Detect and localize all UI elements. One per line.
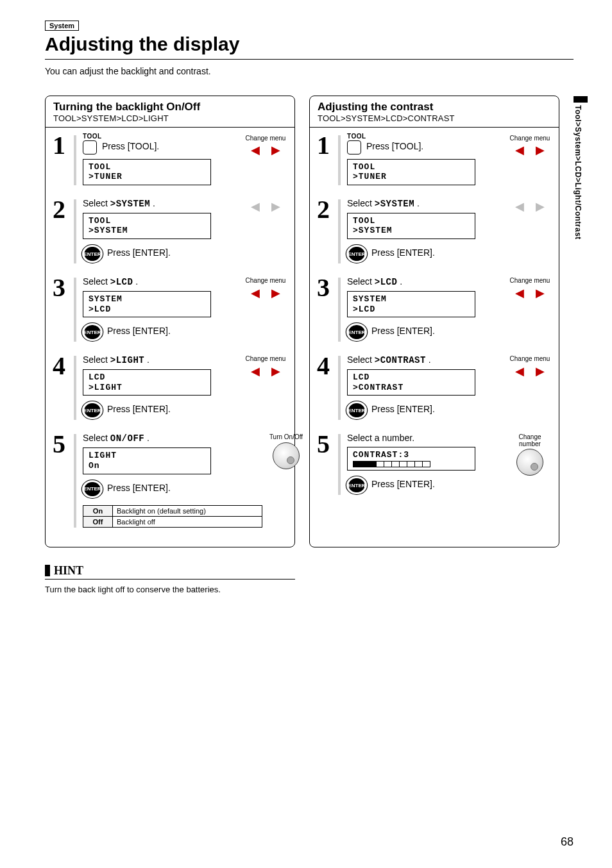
step: 1TOOLPress [TOOL].TOOL>TUNERChange menu◀… [51, 133, 287, 185]
step-instruction: Select ON/OFF . [83, 433, 262, 444]
step: 1TOOLPress [TOOL].TOOL>TUNERChange menu◀… [315, 133, 551, 185]
enter-row: ENTERPress [ENTER]. [347, 401, 506, 420]
step-number: 3 [315, 275, 332, 342]
side-note-text: Change menu [244, 135, 287, 142]
step-instruction: Select >LIGHT . [83, 355, 242, 365]
arrow-right-icon: ▶ [536, 286, 545, 300]
arrow-right-icon: ▶ [271, 286, 280, 300]
step-bar-icon [338, 356, 341, 420]
arrow-left-icon: ◀ [515, 364, 524, 378]
enter-button-label: ENTER [84, 247, 100, 261]
enter-row: ENTERPress [ENTER]. [83, 480, 262, 499]
side-note-text: Change number [509, 434, 551, 447]
lcd-display: SYSTEM>LCD [83, 291, 211, 317]
tool-label: TOOL [83, 133, 242, 140]
step-bar-icon [74, 356, 76, 420]
side-note: ◀▶ [509, 199, 551, 213]
arrow-left-icon: ◀ [251, 199, 260, 213]
nav-arrows-icon: ◀▶ [244, 364, 287, 378]
enter-button-label: ENTER [348, 325, 364, 339]
nav-arrows-icon: ◀▶ [244, 199, 287, 213]
step-body: TOOLPress [TOOL].TOOL>TUNERChange menu◀▶ [83, 133, 287, 185]
contrast-bar-segment [422, 461, 430, 467]
side-note: Change menu◀▶ [509, 135, 551, 158]
enter-button-label: ENTER [84, 403, 100, 417]
menu-item-segment: >LCD [375, 277, 398, 287]
step-bar-icon [74, 434, 76, 527]
arrow-left-icon: ◀ [515, 286, 524, 300]
column-title: Adjusting the contrast [318, 101, 551, 113]
step: 3Select >LCD .SYSTEM>LCDENTERPress [ENTE… [315, 275, 551, 342]
step-number: 5 [315, 431, 332, 495]
lcd-line-2: >LCD [353, 305, 470, 315]
step-instruction: Select >CONTRAST . [347, 355, 506, 365]
menu-item-segment: >SYSTEM [110, 199, 150, 209]
menu-item-segment: >CONTRAST [375, 355, 426, 365]
lcd-line-1: LIGHT [89, 451, 205, 461]
step-number: 2 [315, 197, 332, 263]
nav-arrows-icon: ◀▶ [244, 143, 287, 157]
lcd-line-1: TOOL [353, 162, 470, 172]
jog-dial-icon [273, 442, 300, 469]
option-key: On [83, 505, 113, 516]
step-bar-icon [74, 199, 76, 263]
lcd-line-2: >TUNER [89, 172, 205, 182]
step-instruction: Select >LCD . [83, 276, 242, 287]
side-note-text: Change menu [509, 278, 551, 285]
step-body: Select >LIGHT .LCD>LIGHTENTERPress [ENTE… [83, 353, 287, 420]
option-key: Off [83, 516, 113, 527]
lcd-display: TOOL>SYSTEM [347, 213, 475, 239]
lcd-display: LCD>CONTRAST [347, 369, 475, 396]
step: 5Select a number.CONTRAST:3ENTERPress [E… [315, 431, 551, 495]
menu-item-segment: >SYSTEM [375, 199, 414, 209]
column-path: TOOL>SYSTEM>LCD>CONTRAST [318, 113, 551, 123]
step: 3Select >LCD .SYSTEM>LCDENTERPress [ENTE… [51, 275, 287, 342]
step-bar-icon [338, 434, 341, 495]
step-instruction: Select >SYSTEM . [83, 198, 242, 209]
side-tab: Tool>System>LCD>Light/Contrast [574, 96, 588, 240]
lcd-display: SYSTEM>LCD [347, 291, 475, 317]
enter-button-icon: ENTER [346, 244, 368, 263]
enter-instruction: Press [ENTER]. [371, 404, 435, 414]
side-tab-mark-icon [574, 96, 588, 103]
menu-item-segment: >LCD [110, 277, 133, 287]
step-number: 1 [51, 133, 67, 185]
arrow-right-icon: ▶ [271, 199, 280, 213]
lcd-line-1: SYSTEM [89, 294, 205, 305]
enter-row: ENTERPress [ENTER]. [83, 322, 242, 342]
enter-button-label: ENTER [84, 325, 100, 339]
step-number: 3 [51, 275, 67, 342]
hint-bar-icon [45, 565, 50, 576]
menu-item-segment: ON/OFF [110, 433, 144, 444]
side-note: Change menu◀▶ [509, 278, 551, 300]
side-note-text: Change menu [509, 356, 551, 363]
hint-body: Turn the back light off to conserve the … [45, 585, 574, 594]
step-body: Select >CONTRAST .LCD>CONTRASTENTERPress… [347, 353, 551, 420]
step-instruction: Select >SYSTEM . [347, 198, 506, 209]
column-path: TOOL>SYSTEM>LCD>LIGHT [53, 113, 287, 123]
enter-button-icon: ENTER [346, 401, 368, 420]
enter-row: ENTERPress [ENTER]. [347, 322, 506, 342]
enter-instruction: Press [ENTER]. [371, 326, 435, 336]
step: 4Select >LIGHT .LCD>LIGHTENTERPress [ENT… [51, 353, 287, 420]
step-body: TOOLPress [TOOL].TOOL>TUNERChange menu◀▶ [347, 133, 551, 185]
enter-instruction: Press [ENTER]. [371, 479, 435, 489]
nav-arrows-icon: ◀▶ [509, 364, 551, 378]
side-tab-text: Tool>System>LCD>Light/Contrast [574, 105, 582, 240]
step: 4Select >CONTRAST .LCD>CONTRASTENTERPres… [315, 353, 551, 420]
step-body: Select >SYSTEM .TOOL>SYSTEMENTERPress [E… [83, 197, 287, 263]
arrow-right-icon: ▶ [536, 199, 545, 213]
step-bar-icon [74, 278, 76, 342]
enter-button-label: ENTER [348, 478, 364, 492]
lcd-line-1: LCD [89, 372, 205, 383]
lcd-line-1: TOOL [89, 162, 205, 172]
lcd-line-2: >SYSTEM [353, 226, 470, 236]
nav-arrows-icon: ◀▶ [509, 286, 551, 300]
enter-button-icon: ENTER [81, 401, 104, 420]
enter-row: ENTERPress [ENTER]. [83, 401, 242, 420]
lcd-line-1: CONTRAST:3 [353, 450, 470, 460]
lcd-line-1: SYSTEM [353, 294, 470, 305]
enter-row: ENTERPress [ENTER]. [347, 476, 506, 495]
step-number: 5 [51, 431, 67, 527]
category-badge: System [45, 21, 79, 31]
